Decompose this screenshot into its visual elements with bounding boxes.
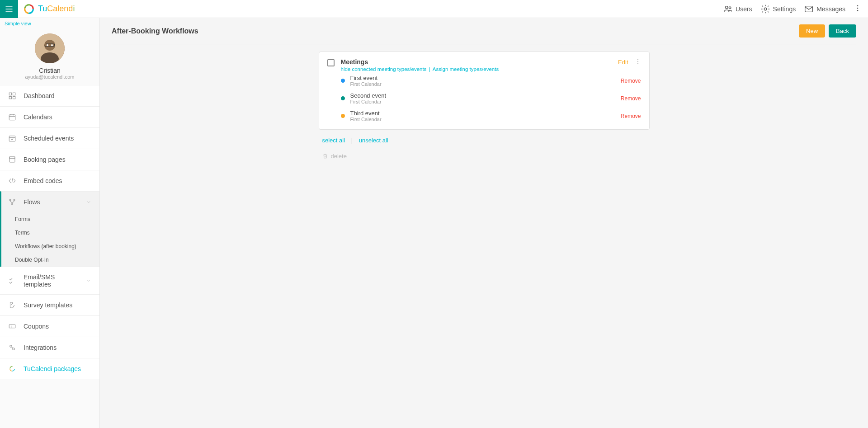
booking-icon [8,155,16,164]
sidebar-item-scheduled[interactable]: Scheduled events [0,127,99,149]
sidebar-item-integrations[interactable]: Integrations [0,337,99,358]
sidebar-label: Scheduled events [24,135,74,142]
packages-icon [8,365,16,373]
sidebar-item-packages[interactable]: TuCalendi packages [0,358,99,379]
sidebar-label: Dashboard [24,92,55,99]
sidebar-item-email-sms[interactable]: Email/SMS templates [0,267,99,294]
workflow-title: Meetings [341,58,612,66]
sidebar-sub-forms[interactable]: Forms [0,212,99,226]
chevron-down-icon [86,278,91,283]
svg-point-5 [729,6,731,9]
checklist-icon [8,277,16,285]
svg-rect-21 [9,115,15,120]
back-button[interactable]: Back [829,24,856,38]
page-title: After-Booking Workflows [112,27,198,35]
settings-link[interactable]: Settings [760,4,796,14]
sidebar-item-dashboard[interactable]: Dashboard [0,85,99,106]
coupon-icon [8,322,16,330]
sidebar-item-calendars[interactable]: Calendars [0,106,99,127]
sidebar-item-flows[interactable]: Flows [0,191,99,212]
survey-icon [8,301,16,309]
sidebar-sub-workflows[interactable]: Workflows (after booking) [0,240,99,253]
svg-rect-24 [9,157,15,159]
svg-point-35 [637,61,638,62]
sidebar-label: Coupons [24,323,49,330]
hide-connected-link[interactable]: hide connected meeting types/events [341,66,427,72]
menu-icon [5,5,14,14]
card-more-menu[interactable] [635,58,641,66]
sidebar-label: Booking pages [24,156,66,163]
top-header: TuCalendi Users Settings Messages [0,0,868,18]
trash-icon [322,153,328,159]
sidebar-item-survey[interactable]: Survey templates [0,294,99,315]
event-name: Second event [350,92,621,99]
avatar-icon [35,33,65,63]
profile-name: Cristian [0,67,99,74]
remove-link[interactable]: Remove [621,78,641,84]
edit-link[interactable]: Edit [618,59,628,66]
svg-point-34 [637,59,638,60]
select-all-link[interactable]: select all [322,137,345,144]
messages-label: Messages [816,5,845,13]
kebab-icon [635,58,641,65]
sidebar-sub-double-opt[interactable]: Double Opt-In [0,253,99,267]
unselect-all-link[interactable]: unselect all [359,137,388,144]
page-header: After-Booking Workflows New Back [112,24,856,44]
sidebar-sub-terms[interactable]: Terms [0,226,99,240]
remove-link[interactable]: Remove [621,95,641,102]
svg-point-36 [637,63,638,64]
profile: Cristian ayuda@tucalendi.com [0,29,99,85]
svg-rect-18 [13,93,15,95]
event-name: Third event [350,110,621,117]
integrations-icon [8,343,16,352]
sidebar-label: Integrations [24,344,57,351]
settings-label: Settings [773,5,796,13]
sidebar-label: Calendars [24,113,52,121]
svg-point-15 [51,44,53,46]
messages-link[interactable]: Messages [804,4,845,14]
sidebar-label: Embed codes [24,177,62,184]
users-icon [723,4,733,14]
svg-rect-28 [9,325,15,328]
event-dot [341,79,345,83]
assign-link[interactable]: Assign meeting types/events [433,66,499,72]
event-dot [341,96,345,100]
svg-point-4 [726,6,728,8]
more-menu[interactable] [854,4,862,14]
svg-point-9 [857,8,859,9]
sidebar-item-embed[interactable]: Embed codes [0,170,99,191]
event-calendar: First Calendar [350,81,621,87]
svg-point-26 [14,199,15,201]
avatar[interactable] [35,33,65,63]
sidebar-item-booking[interactable]: Booking pages [0,149,99,170]
gear-icon [760,4,770,14]
svg-point-6 [764,8,767,10]
profile-email: ayuda@tucalendi.com [0,74,99,80]
users-link[interactable]: Users [723,4,752,14]
header-right: Users Settings Messages [723,4,868,14]
event-calendar: First Calendar [350,117,621,122]
delete-link[interactable]: delete [322,153,646,160]
logo[interactable]: TuCalendi [23,3,75,15]
svg-rect-22 [9,136,15,141]
logo-icon [23,3,35,15]
delete-label: delete [331,153,347,160]
simple-view-link[interactable]: Simple view [0,18,99,29]
event-dot [341,114,345,118]
hamburger-menu[interactable] [0,0,18,18]
new-button[interactable]: New [799,24,825,38]
kebab-icon [854,4,862,12]
event-row: Second event First Calendar Remove [327,89,641,107]
svg-rect-23 [9,157,15,162]
sidebar-label: TuCalendi packages [24,365,81,372]
svg-rect-19 [9,97,11,99]
below-card: select all | unselect all delete [319,137,650,160]
logo-text: TuCalendi [38,4,75,14]
workflow-checkbox[interactable] [327,59,335,66]
remove-link[interactable]: Remove [621,113,641,119]
sidebar: Simple view Cristian ayuda@tucalendi.com… [0,18,100,428]
svg-rect-17 [9,93,11,95]
chevron-down-icon [86,199,91,205]
sidebar-item-coupons[interactable]: Coupons [0,315,99,337]
sidebar-label: Email/SMS templates [24,273,79,288]
